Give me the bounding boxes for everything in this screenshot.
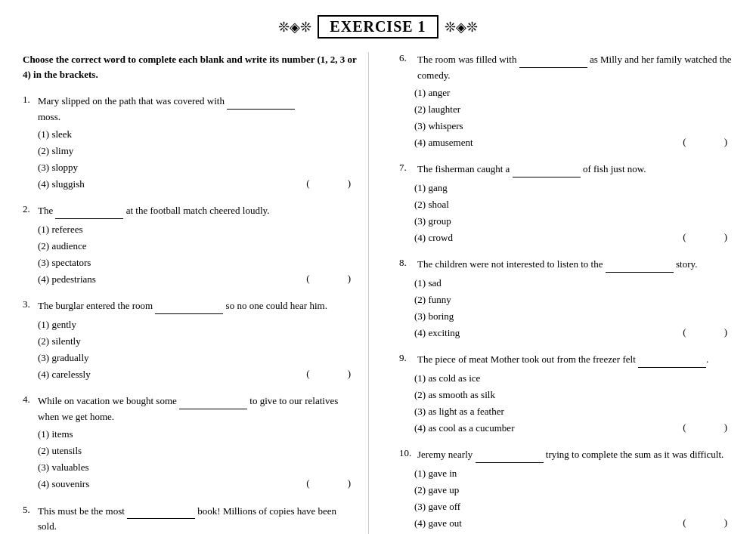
q6-opt3: (3) whispers	[414, 118, 733, 134]
q2-opt3: (3) spectators	[38, 255, 357, 271]
q8-opt3: (3) boring	[414, 308, 733, 325]
question-5-row: 5. This must be the most book! Millions …	[23, 504, 357, 534]
q1-options: (1) sleek (2) slimy (3) sloppy (4) slugg…	[38, 126, 357, 193]
q7-opt1: (1) gang	[414, 180, 733, 196]
q2-options: (1) referees (2) audience (3) spectators…	[38, 221, 357, 288]
question-9-row: 9. The piece of meat Mother took out fro…	[399, 352, 733, 368]
q10-number: 10.	[399, 447, 417, 459]
q2-opt4: (4) pedestrians ( )	[38, 271, 357, 288]
q4-opt3: (3) valuables	[38, 459, 357, 476]
q7-opt2: (2) shoal	[414, 196, 733, 213]
question-3-row: 3. The burglar entered the room so no on…	[23, 298, 357, 314]
q2-opt2: (2) audience	[38, 238, 357, 255]
q7-bracket: ( )	[683, 229, 733, 245]
q8-bracket: ( )	[683, 324, 733, 341]
instructions: Choose the correct word to complete each…	[23, 52, 357, 82]
question-3: 3. The burglar entered the room so no on…	[23, 298, 357, 383]
q3-bracket: ( )	[306, 366, 357, 382]
q3-blank	[155, 298, 223, 314]
q3-number: 3.	[23, 298, 38, 310]
question-1-row: 1. Mary slipped on the path that was cov…	[23, 94, 357, 124]
question-6-row: 6. The room was filled with as Milly and…	[399, 52, 733, 82]
q3-text: The burglar entered the room so no one c…	[38, 298, 357, 314]
q4-opt2: (2) utensils	[38, 443, 357, 459]
q10-text: Jeremy nearly trying to complete the sum…	[417, 447, 733, 463]
q4-text: While on vacation we bought some to give…	[38, 394, 357, 424]
question-4: 4. While on vacation we bought some to g…	[23, 394, 357, 492]
q1-opt2: (2) slimy	[38, 143, 357, 159]
q1-text: Mary slipped on the path that was covere…	[38, 94, 357, 124]
q1-bracket: ( )	[306, 175, 357, 192]
q9-text: The piece of meat Mother took out from t…	[417, 352, 733, 368]
q7-options: (1) gang (2) shoal (3) group (4) crowd (…	[414, 180, 733, 246]
q8-opt2: (2) funny	[414, 292, 733, 308]
q2-text: The at the football match cheered loudly…	[38, 203, 357, 219]
q9-blank	[638, 352, 706, 368]
q3-opt3: (3) gradually	[38, 350, 357, 366]
q4-number: 4.	[23, 394, 38, 406]
q10-bracket: ( )	[683, 514, 733, 531]
question-8: 8. The children were not interested to l…	[399, 257, 733, 341]
q10-opt4: (4) gave out ( )	[414, 515, 733, 532]
q6-number: 6.	[399, 52, 417, 64]
q6-blank	[519, 52, 587, 68]
q3-opt2: (2) silently	[38, 333, 357, 350]
left-column: Choose the correct word to complete each…	[23, 52, 369, 534]
q4-blank	[179, 394, 247, 409]
question-4-row: 4. While on vacation we bought some to g…	[23, 394, 357, 424]
question-7-row: 7. The fisherman caught a of fish just n…	[399, 162, 733, 177]
q9-opt3: (3) as light as a feather	[414, 403, 733, 420]
q10-opt2: (2) gave up	[414, 482, 733, 499]
q6-options: (1) anger (2) laughter (3) whispers (4) …	[414, 85, 733, 151]
q5-number: 5.	[23, 504, 38, 516]
q2-blank	[55, 203, 123, 219]
q8-options: (1) sad (2) funny (3) boring (4) excitin…	[414, 275, 733, 341]
q2-bracket: ( )	[306, 270, 357, 287]
exercise-title: EXERCISE 1	[318, 15, 438, 39]
question-9: 9. The piece of meat Mother took out fro…	[399, 352, 733, 437]
question-7: 7. The fisherman caught a of fish just n…	[399, 162, 733, 246]
q4-options: (1) items (2) utensils (3) valuables (4)…	[38, 426, 357, 492]
q8-number: 8.	[399, 257, 417, 269]
q1-number: 1.	[23, 94, 38, 106]
q8-blank	[606, 257, 674, 273]
q7-opt4: (4) crowd ( )	[414, 230, 733, 246]
header-deco-right: ❊◈❊	[445, 19, 478, 35]
header: ❊◈❊ EXERCISE 1 ❊◈❊	[23, 15, 733, 39]
q7-blank	[513, 162, 581, 177]
q6-text: The room was filled with as Milly and he…	[417, 52, 733, 82]
q4-opt4: (4) souvenirs ( )	[38, 476, 357, 492]
q2-number: 2.	[23, 203, 38, 215]
header-deco-left: ❊◈❊	[278, 19, 311, 35]
question-6: 6. The room was filled with as Milly and…	[399, 52, 733, 151]
question-2: 2. The at the football match cheered lou…	[23, 203, 357, 288]
q5-text: This must be the most book! Millions of …	[38, 504, 357, 534]
question-10-row: 10. Jeremy nearly trying to complete the…	[399, 447, 733, 463]
q10-opt3: (3) gave off	[414, 499, 733, 515]
q6-opt4: (4) amusement ( )	[414, 134, 733, 151]
q7-number: 7.	[399, 162, 417, 174]
q9-bracket: ( )	[683, 419, 733, 436]
q9-options: (1) as cold as ice (2) as smooth as silk…	[414, 370, 733, 437]
q3-opt1: (1) gently	[38, 316, 357, 333]
question-10: 10. Jeremy nearly trying to complete the…	[399, 447, 733, 532]
question-8-row: 8. The children were not interested to l…	[399, 257, 733, 273]
q4-bracket: ( )	[306, 475, 357, 492]
q6-opt1: (1) anger	[414, 85, 733, 101]
right-column: 6. The room was filled with as Milly and…	[392, 52, 733, 534]
q8-opt4: (4) exciting ( )	[414, 325, 733, 341]
q9-opt1: (1) as cold as ice	[414, 370, 733, 387]
q2-opt1: (1) referees	[38, 221, 357, 238]
q7-text: The fisherman caught a of fish just now.	[417, 162, 733, 177]
question-1: 1. Mary slipped on the path that was cov…	[23, 94, 357, 193]
question-5: 5. This must be the most book! Millions …	[23, 504, 357, 535]
page-container: ❊◈❊ EXERCISE 1 ❊◈❊ Choose the correct wo…	[0, 0, 756, 534]
q6-bracket: ( )	[683, 134, 733, 150]
question-2-row: 2. The at the football match cheered lou…	[23, 203, 357, 219]
q3-opt4: (4) carelessly ( )	[38, 366, 357, 383]
content-area: Choose the correct word to complete each…	[23, 52, 733, 534]
q7-opt3: (3) group	[414, 213, 733, 230]
q10-options: (1) gave in (2) gave up (3) gave off (4)…	[414, 465, 733, 532]
q8-text: The children were not interested to list…	[417, 257, 733, 273]
q9-opt4: (4) as cool as a cucumber ( )	[414, 420, 733, 437]
